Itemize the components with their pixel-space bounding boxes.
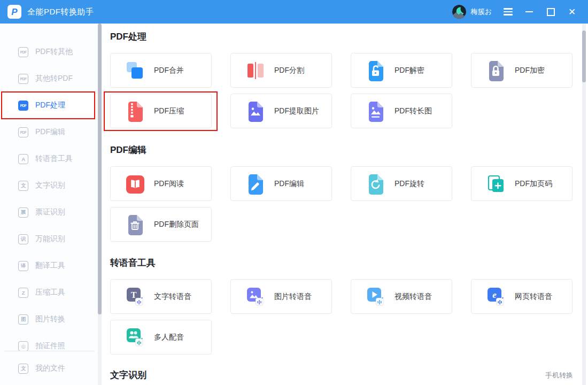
sidebar-item-label: 万能识别 (35, 234, 65, 244)
main-scrollbar[interactable] (582, 24, 586, 385)
card-label: 多人配音 (154, 333, 184, 342)
card-label: PDF解密 (394, 66, 424, 75)
titlebar: P 全能PDF转换助手 梅簇お ✕ (0, 0, 588, 24)
text-ocr-icon: 文 (18, 181, 28, 191)
other-to-pdf-icon: PDF (18, 74, 28, 84)
file-rotate-icon (365, 173, 386, 195)
my-files-icon: 文 (18, 364, 28, 374)
section: 转语音工具T 文字转语音 图片转语音 视频转语音e 网页转语音 多人配音 (110, 257, 582, 355)
file-image-icon (245, 101, 266, 122)
tts-people-icon (125, 327, 146, 348)
sidebar-item-2[interactable]: PDF其他转PDF (0, 65, 98, 92)
svg-text:T: T (131, 290, 137, 299)
username[interactable]: 梅簇お (471, 7, 492, 17)
id-photo-icon: ◎ (18, 341, 28, 351)
sidebar-item-label: 其他转PDF (35, 74, 73, 83)
file-long-image-icon (365, 101, 386, 122)
minimize-icon[interactable] (519, 0, 540, 24)
compress-tool-icon: Z (18, 288, 28, 298)
sidebar-item-7[interactable]: 票票证识别 (0, 199, 98, 226)
sidebar-item-8[interactable]: 识万能识别 (0, 226, 98, 252)
sidebar-item-label: PDF处理 (35, 101, 65, 110)
main-content: PDF处理PDF合并PDF分割 PDF解密 PDF加密 PDF压缩 PDF提取图… (102, 24, 582, 385)
card-PDF加密[interactable]: PDF加密 (471, 53, 572, 88)
card-grid: PDF合并PDF分割 PDF解密 PDF加密 PDF压缩 PDF提取图片 PDF… (110, 53, 582, 128)
pdf-process-icon: PDF (18, 101, 28, 111)
tts-text-icon: T (125, 286, 146, 307)
sidebar-item-1[interactable]: PDFPDF转其他 (0, 38, 98, 65)
card-视频转语音[interactable]: 视频转语音 (351, 279, 452, 314)
ticket-ocr-icon: 票 (18, 207, 28, 218)
app-logo-icon: P (7, 5, 21, 19)
card-label: 视频转语音 (394, 292, 432, 302)
card-label: 网页转语音 (515, 292, 552, 302)
card-PDF提取图片[interactable]: PDF提取图片 (230, 94, 332, 128)
card-label: PDF加密 (515, 66, 545, 75)
menu-icon[interactable] (497, 0, 519, 24)
card-label: PDF删除页面 (154, 220, 199, 229)
card-PDF加页码[interactable]: PDF加页码 (471, 166, 572, 201)
file-pencil-icon (245, 173, 266, 195)
close-icon[interactable]: ✕ (561, 0, 583, 24)
pdf-to-other-icon: PDF (18, 47, 28, 57)
sidebar-item-3[interactable]: PDFPDF处理 (0, 92, 98, 119)
sidebar-item-10[interactable]: Z压缩工具 (0, 279, 98, 306)
sidebar-item-my-files[interactable]: 文我的文件 (0, 355, 98, 382)
sidebar-bottom: 文我的文件 (0, 355, 98, 382)
sidebar-item-12[interactable]: ◎拍证件照 (0, 333, 98, 351)
split-icon (245, 60, 266, 81)
card-label: PDF分割 (274, 66, 304, 75)
phone-convert-link[interactable]: 手机转换 (545, 371, 573, 380)
file-zip-icon (125, 101, 146, 122)
sidebar-list: PDFPDF转其他PDF其他转PDFPDFPDF处理PDFPDF编辑A转语音工具… (0, 24, 98, 351)
tts-web-icon: e (485, 286, 507, 307)
card-label: PDF转长图 (394, 106, 432, 116)
sidebar-item-label: 文字识别 (35, 181, 65, 190)
card-多人配音[interactable]: 多人配音 (110, 320, 212, 355)
file-unlock-icon (365, 60, 386, 81)
pdf-edit-icon: PDF (18, 127, 28, 137)
sidebar-divider (4, 351, 95, 351)
card-文字转语音[interactable]: T 文字转语音 (110, 279, 212, 314)
card-grid: T 文字转语音 图片转语音 视频转语音e 网页转语音 多人配音 (110, 279, 582, 355)
sidebar-item-label: 压缩工具 (35, 288, 65, 297)
card-PDF删除页面[interactable]: PDF删除页面 (110, 207, 212, 242)
card-PDF合并[interactable]: PDF合并 (110, 53, 212, 88)
sidebar-item-label: 转语音工具 (35, 154, 73, 164)
card-PDF分割[interactable]: PDF分割 (230, 53, 332, 88)
card-label: PDF合并 (154, 66, 184, 75)
sidebar-scrollbar[interactable] (98, 24, 102, 385)
card-label: PDF加页码 (515, 179, 552, 189)
sidebar-item-label: 翻译工具 (35, 261, 65, 271)
card-PDF解密[interactable]: PDF解密 (351, 53, 452, 88)
section-title: 文字识别 (110, 369, 146, 381)
card-图片转语音[interactable]: 图片转语音 (230, 279, 332, 314)
sidebar-item-label: 拍证件照 (35, 341, 65, 351)
card-label: 文字转语音 (154, 292, 191, 302)
card-PDF阅读[interactable]: PDF阅读 (110, 166, 212, 201)
pages-plus-icon (485, 173, 507, 195)
card-PDF转长图[interactable]: PDF转长图 (351, 94, 452, 128)
card-label: PDF阅读 (154, 179, 184, 189)
section-title: 转语音工具 (110, 257, 156, 269)
card-label: 图片转语音 (274, 292, 312, 302)
card-PDF编辑[interactable]: PDF编辑 (230, 166, 332, 201)
app-title: 全能PDF转换助手 (27, 7, 94, 17)
card-网页转语音[interactable]: e 网页转语音 (471, 279, 572, 314)
tts-video-icon (365, 286, 386, 307)
sidebar-item-label: 我的文件 (35, 364, 65, 373)
sidebar-item-5[interactable]: A转语音工具 (0, 145, 98, 172)
card-PDF旋转[interactable]: PDF旋转 (351, 166, 452, 201)
sidebar-item-label: PDF转其他 (35, 47, 73, 57)
maximize-icon[interactable] (540, 0, 561, 24)
main-scrollbar-thumb[interactable] (582, 30, 586, 82)
sidebar-scrollbar-thumb[interactable] (98, 24, 102, 314)
merge-icon (125, 60, 146, 81)
user-avatar[interactable] (452, 5, 466, 19)
sidebar-item-9[interactable]: 译翻译工具 (0, 252, 98, 279)
sidebar-item-6[interactable]: 文文字识别 (0, 172, 98, 199)
universal-ocr-icon: 识 (18, 234, 28, 244)
card-PDF压缩[interactable]: PDF压缩 (110, 94, 212, 128)
sidebar-item-11[interactable]: 图图片转换 (0, 306, 98, 333)
sidebar-item-4[interactable]: PDFPDF编辑 (0, 119, 98, 145)
